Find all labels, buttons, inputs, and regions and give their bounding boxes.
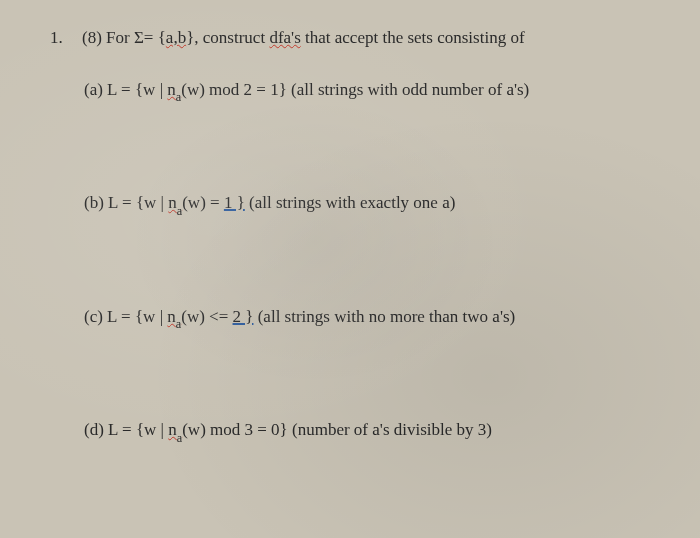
part-a-label: (a) L = {w |: [84, 80, 167, 99]
part-b: (b) L = {w | na(w) = 1 } (all strings wi…: [84, 193, 660, 216]
part-b-mid: (w) =: [182, 193, 224, 212]
sigma-set: a,b: [166, 28, 186, 47]
question-header: 1. (8) For Σ= {a,b}, construct dfa's tha…: [50, 28, 660, 48]
part-a-mid: (w) mod 2 = 1} (all strings with odd num…: [181, 80, 529, 99]
part-c-label: (c) L = {w |: [84, 307, 167, 326]
points-label: (8): [82, 28, 102, 47]
na-symbol: na: [167, 307, 181, 326]
question-text: (8) For Σ= {a,b}, construct dfa's that a…: [82, 28, 525, 48]
dfas-word: dfa's: [269, 28, 300, 47]
part-d: (d) L = {w | na(w) mod 3 = 0} (number of…: [84, 420, 660, 443]
question-number: 1.: [50, 28, 68, 48]
part-b-suffix: (all strings with exactly one a): [245, 193, 456, 212]
na-symbol: na: [168, 420, 182, 439]
question-prefix: For Σ= {: [106, 28, 166, 47]
part-b-value: 1 }: [224, 193, 245, 212]
part-d-mid: (w) mod 3 = 0} (number of a's divisible …: [182, 420, 492, 439]
part-d-label: (d) L = {w |: [84, 420, 168, 439]
question-suffix: that accept the sets consisting of: [301, 28, 525, 47]
part-c-suffix: (all strings with no more than two a's): [253, 307, 515, 326]
part-b-label: (b) L = {w |: [84, 193, 168, 212]
na-symbol: na: [167, 80, 181, 99]
part-c: (c) L = {w | na(w) <= 2 } (all strings w…: [84, 307, 660, 330]
question-mid: }, construct: [186, 28, 269, 47]
part-c-mid: (w) <=: [181, 307, 232, 326]
part-c-value: 2 }: [233, 307, 254, 326]
na-symbol: na: [168, 193, 182, 212]
part-a: (a) L = {w | na(w) mod 2 = 1} (all strin…: [84, 80, 660, 103]
